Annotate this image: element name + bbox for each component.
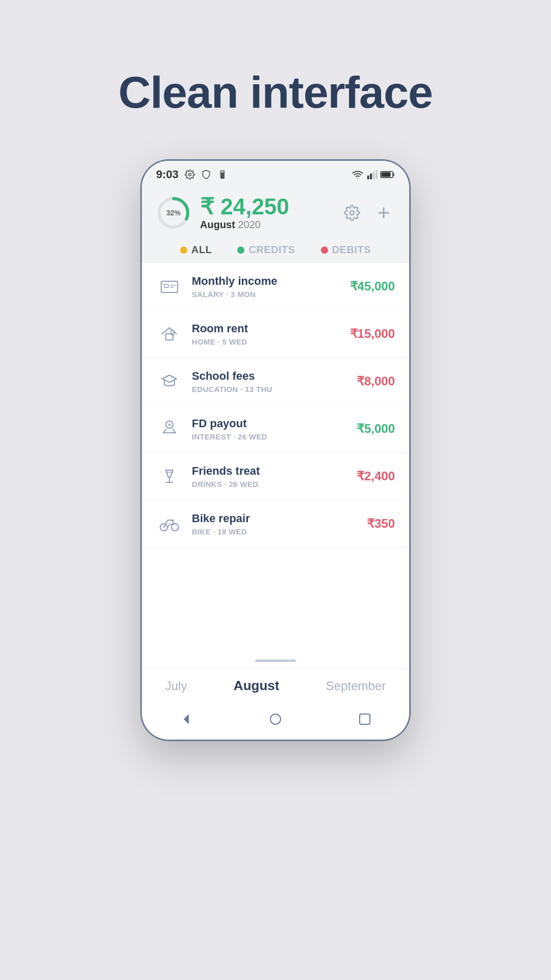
drinks-icon (156, 463, 183, 489)
recents-button[interactable] (354, 708, 376, 730)
month-navigation: July August September (142, 668, 409, 701)
salary-icon (156, 273, 183, 300)
txn-meta: INTEREST · 26 WED (192, 432, 357, 441)
table-row[interactable]: FD payout INTEREST · 26 WED ₹5,000 (142, 405, 409, 453)
bottom-nav (142, 701, 409, 740)
education-icon (156, 368, 183, 395)
table-row[interactable]: Room rent HOME · 5 WED ₹15,000 (142, 310, 409, 358)
shield-icon (201, 169, 211, 180)
phone-mockup: 9:03 (140, 159, 411, 741)
txn-amount: ₹5,000 (357, 422, 395, 436)
gear-icon (185, 169, 195, 180)
table-row[interactable]: Bike repair BIKE · 19 WED ₹350 (142, 500, 409, 548)
svg-point-27 (171, 524, 179, 531)
txn-meta: DRINKS · 26 WED (192, 480, 357, 488)
txn-amount: ₹45,000 (350, 279, 395, 293)
header-amount: ₹ 24,250 (200, 194, 289, 219)
back-button[interactable] (175, 708, 197, 730)
txn-meta: BIKE · 19 WED (192, 527, 367, 536)
txn-name: FD payout (192, 417, 357, 430)
svg-rect-6 (375, 170, 378, 179)
svg-point-29 (270, 714, 281, 724)
table-row[interactable]: School fees EDUCATION · 13 THU ₹8,000 (142, 358, 409, 405)
txn-name: Monthly income (192, 275, 350, 288)
interest-icon (156, 415, 183, 442)
next-month[interactable]: September (326, 679, 386, 693)
svg-rect-16 (164, 284, 168, 287)
txn-meta: SALARY · 3 MON (192, 290, 350, 299)
tab-all-dot (180, 247, 187, 254)
tab-credits-dot (237, 247, 244, 254)
svg-marker-28 (184, 714, 189, 724)
svg-point-12 (350, 211, 354, 215)
settings-button[interactable] (341, 202, 363, 224)
current-month[interactable]: August (234, 678, 280, 694)
progress-percent: 32% (166, 209, 181, 217)
prev-month[interactable]: July (165, 679, 187, 693)
add-button[interactable] (372, 202, 395, 224)
table-row[interactable]: Friends treat DRINKS · 26 WED ₹2,400 (142, 453, 409, 500)
filter-tabs: ALL CREDITS DEBITS (142, 239, 409, 263)
tab-all[interactable]: ALL (180, 244, 212, 256)
tab-credits-label: CREDITS (248, 244, 295, 256)
budget-progress: 32% (156, 195, 191, 230)
txn-meta: EDUCATION · 13 THU (192, 385, 357, 394)
txn-name: School fees (192, 370, 357, 383)
status-right-icons (352, 169, 395, 180)
header-date: August 2020 (200, 219, 289, 231)
tab-credits[interactable]: CREDITS (237, 244, 295, 256)
txn-name: Room rent (192, 322, 350, 335)
bike-icon (156, 510, 183, 537)
tab-debits[interactable]: DEBITS (321, 244, 371, 256)
wifi-icon (352, 169, 363, 180)
phone-storage-icon (217, 169, 228, 180)
txn-amount: ₹8,000 (357, 374, 395, 388)
table-row[interactable]: Monthly income SALARY · 3 MON ₹45,000 (142, 263, 409, 310)
svg-point-0 (189, 174, 191, 176)
txn-name: Friends treat (192, 464, 357, 478)
txn-amount: ₹15,000 (350, 327, 395, 341)
svg-rect-4 (370, 174, 372, 179)
svg-rect-9 (393, 173, 394, 176)
home-icon (156, 321, 183, 347)
app-header: 32% ₹ 24,250 August 2020 (142, 185, 409, 239)
home-button[interactable] (264, 708, 287, 730)
tab-all-label: ALL (191, 244, 212, 256)
svg-rect-3 (367, 176, 369, 179)
home-indicator (255, 659, 296, 662)
status-bar: 9:03 (142, 161, 409, 185)
svg-rect-8 (382, 173, 391, 177)
txn-amount: ₹350 (367, 517, 395, 531)
svg-rect-15 (161, 281, 178, 292)
txn-amount: ₹2,400 (357, 469, 395, 483)
txn-meta: HOME · 5 WED (192, 337, 350, 346)
signal-icon (366, 169, 378, 180)
svg-rect-30 (360, 714, 370, 724)
tab-debits-dot (321, 247, 328, 254)
battery-icon (381, 170, 395, 179)
transaction-list: Monthly income SALARY · 3 MON ₹45,000 (142, 263, 409, 668)
txn-name: Bike repair (192, 512, 367, 525)
page-title: Clean interface (118, 66, 433, 118)
svg-rect-2 (221, 171, 224, 173)
status-time: 9:03 (156, 168, 179, 181)
tab-debits-label: DEBITS (332, 244, 371, 256)
svg-rect-5 (373, 172, 375, 180)
